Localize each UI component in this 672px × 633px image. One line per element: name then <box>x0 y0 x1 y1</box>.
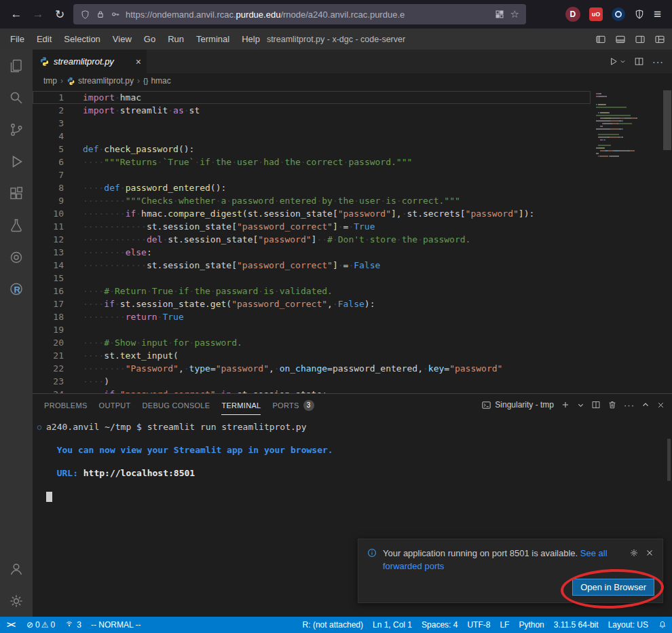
browser-extension-shield-icon[interactable] <box>634 9 645 20</box>
split-editor-icon[interactable] <box>634 56 644 67</box>
tab-label: streamlitprot.py <box>54 56 132 67</box>
new-terminal-plus-icon[interactable] <box>561 400 570 410</box>
code-line-8: 8····def·password_entered(): <box>33 181 591 194</box>
terminal-profile-selector[interactable]: Singularity - tmp <box>481 400 554 410</box>
menu-selection[interactable]: Selection <box>58 29 106 50</box>
code-lines[interactable]: 1import·hmac2import·streamlit·as·st345de… <box>33 88 591 393</box>
tracking-protection-shield-icon[interactable] <box>80 10 90 20</box>
notification-close-icon[interactable] <box>645 548 654 573</box>
terminal-scrollbar[interactable] <box>667 439 671 481</box>
breadcrumb-symbol[interactable]: {} hmac <box>143 76 171 86</box>
lock-icon[interactable] <box>96 10 105 19</box>
code-line-5: 5def·check_password(): <box>33 143 591 156</box>
panel-tab-terminal[interactable]: TERMINAL <box>221 395 261 415</box>
diagnostics-status[interactable]: ⊘ 0 ⚠ 0 <box>22 620 60 630</box>
url-text: https://ondemand.anvil.rcac.purdue.edu/r… <box>126 10 489 20</box>
panel-tab-debug-console[interactable]: DEBUG CONSOLE <box>143 395 210 415</box>
tab-streamlitprot[interactable]: streamlitprot.py × <box>33 50 147 73</box>
permissions-key-icon[interactable] <box>111 10 120 19</box>
run-and-debug-icon[interactable] <box>0 145 33 177</box>
status-layout-us[interactable]: Layout: US <box>603 620 653 630</box>
window-title: streamlitprot.py - x-dgc - code-server <box>267 35 405 44</box>
explorer-icon[interactable] <box>0 50 33 82</box>
tab-close-icon[interactable]: × <box>136 56 141 67</box>
minimap[interactable] <box>591 88 662 393</box>
terminal-line <box>46 490 672 502</box>
browser-reload-button[interactable]: ↻ <box>50 5 69 24</box>
toggle-panel-icon[interactable] <box>615 34 626 45</box>
scrollbar-thumb[interactable] <box>663 90 671 150</box>
line-number: 17 <box>33 297 64 310</box>
panel-tab-ports[interactable]: PORTS3 <box>272 394 314 416</box>
close-panel-icon[interactable] <box>656 401 665 410</box>
menu-edit[interactable]: Edit <box>31 29 58 50</box>
account-icon[interactable] <box>0 553 33 585</box>
forwarded-ports-status[interactable]: 3 <box>60 620 86 630</box>
profile-avatar[interactable]: D <box>565 7 580 22</box>
remote-indicator[interactable]: >< <box>0 620 22 630</box>
menu-file[interactable]: File <box>4 29 31 50</box>
breadcrumb-folder[interactable]: tmp <box>43 76 57 86</box>
database-circle-icon[interactable] <box>0 241 33 273</box>
status-python[interactable]: Python <box>514 620 548 630</box>
panel-tab-problems[interactable]: PROBLEMS <box>44 395 88 415</box>
browser-url-bar[interactable]: https://ondemand.anvil.rcac.purdue.edu/r… <box>73 4 526 24</box>
breadcrumb-file[interactable]: streamlitprot.py <box>67 76 134 86</box>
see-all-link[interactable]: See all <box>580 548 608 558</box>
source-control-icon[interactable] <box>0 113 33 145</box>
toggle-sidebar-icon[interactable] <box>595 34 606 45</box>
forwarded-ports-link[interactable]: forwarded ports <box>383 561 444 571</box>
command-decoration-icon: ○ <box>37 421 41 433</box>
code-line-13: 13········else: <box>33 246 591 259</box>
panel-header: PROBLEMSOUTPUTDEBUG CONSOLETERMINALPORTS… <box>33 394 672 416</box>
svg-text:R: R <box>14 284 20 294</box>
notification-settings-gear-icon[interactable] <box>629 548 639 573</box>
kill-terminal-trash-icon[interactable] <box>608 400 617 410</box>
panel-tab-output[interactable]: OUTPUT <box>99 395 131 415</box>
test-beaker-icon[interactable] <box>0 209 33 241</box>
extension-ring <box>615 11 622 18</box>
panel-more-actions-icon[interactable]: ··· <box>624 400 635 410</box>
bookmark-star-icon[interactable]: ☆ <box>510 8 519 20</box>
maximize-panel-chevron-up-icon[interactable] <box>641 401 650 409</box>
open-in-browser-button[interactable]: Open in Browser <box>572 579 654 596</box>
browser-forward-button[interactable]: → <box>29 5 48 24</box>
status-3-11-5-64-bit[interactable]: 3.11.5 64-bit <box>549 620 603 630</box>
code-line-7: 7 <box>33 168 591 181</box>
adblock-extension-icon[interactable]: uO <box>589 7 603 21</box>
broadcast-icon <box>64 620 74 630</box>
page-actions-grid-icon[interactable] <box>495 10 504 19</box>
code-line-3: 3 <box>33 117 591 130</box>
code-line-18: 18········return·True <box>33 310 591 323</box>
menu-view[interactable]: View <box>107 29 138 50</box>
terminal-dropdown-chevron-icon[interactable] <box>577 401 584 409</box>
editor-more-actions-icon[interactable]: ··· <box>652 56 664 67</box>
run-python-file-button[interactable] <box>608 56 626 67</box>
split-terminal-icon[interactable] <box>591 400 601 410</box>
notifications-bell-icon[interactable] <box>653 620 672 630</box>
search-icon[interactable] <box>0 82 33 113</box>
breadcrumb-file-label: streamlitprot.py <box>78 76 134 86</box>
code-editor[interactable]: 1import·hmac2import·streamlit·as·st345de… <box>33 88 672 393</box>
menu-help[interactable]: Help <box>236 29 266 50</box>
status-r-not-attached[interactable]: R: (not attached) <box>298 620 368 630</box>
status-spaces-4[interactable]: Spaces: 4 <box>417 620 462 630</box>
status-lf[interactable]: LF <box>495 620 514 630</box>
editor-scrollbar[interactable] <box>662 88 672 393</box>
browser-extension-circle-icon[interactable] <box>612 7 625 21</box>
browser-menu-icon[interactable]: ≡ <box>654 7 661 22</box>
menu-go[interactable]: Go <box>138 29 162 50</box>
url-prefix: https://ondemand.anvil.rcac. <box>126 10 236 20</box>
toggle-secondary-sidebar-icon[interactable] <box>635 34 646 45</box>
menu-run[interactable]: Run <box>162 29 190 50</box>
panel-tabs: PROBLEMSOUTPUTDEBUG CONSOLETERMINALPORTS… <box>44 394 326 416</box>
status-ln-1-col-1[interactable]: Ln 1, Col 1 <box>368 620 417 630</box>
browser-back-button[interactable]: ← <box>7 5 26 24</box>
extensions-icon[interactable] <box>0 177 33 209</box>
settings-gear-icon[interactable] <box>0 585 33 617</box>
menu-terminal[interactable]: Terminal <box>190 29 236 50</box>
status-utf-8[interactable]: UTF-8 <box>462 620 495 630</box>
r-language-icon[interactable]: R <box>0 273 33 305</box>
line-number: 16 <box>33 285 64 297</box>
customize-layout-icon[interactable] <box>654 34 665 45</box>
